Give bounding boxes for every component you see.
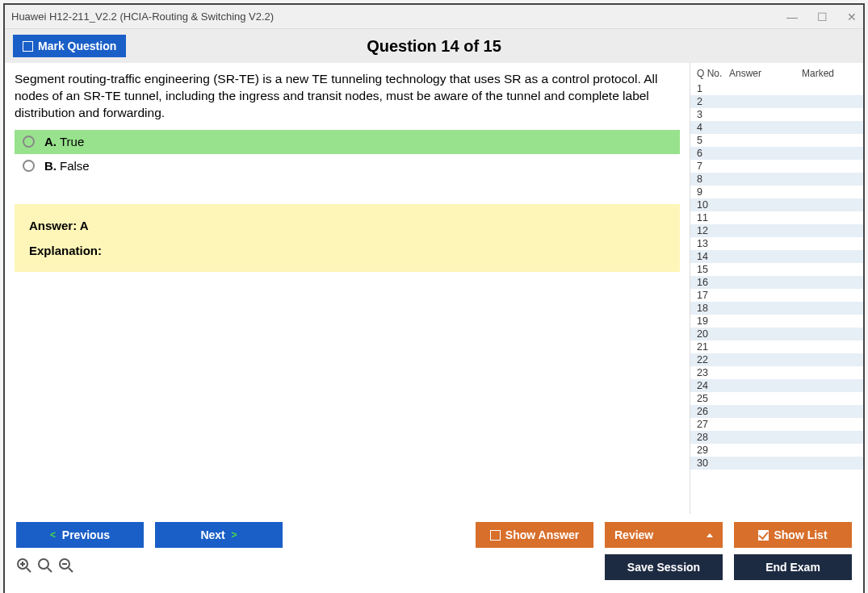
question-list-row[interactable]: 19 (690, 315, 863, 328)
choices-list: A. TrueB. False (15, 130, 680, 178)
svg-point-4 (39, 559, 48, 569)
svg-line-7 (69, 568, 73, 572)
question-list-row[interactable]: 3 (690, 108, 863, 121)
previous-label: Previous (62, 528, 110, 541)
show-answer-label: Show Answer (505, 528, 579, 541)
footer-row-2: Save Session End Exam (16, 554, 852, 580)
question-list-row[interactable]: 9 (690, 186, 863, 198)
minimize-icon[interactable]: — (786, 10, 798, 23)
col-answer: Answer (729, 68, 802, 79)
question-list-row[interactable]: 8 (690, 173, 863, 186)
choice-text: True (60, 135, 84, 148)
question-list-row[interactable]: 27 (690, 418, 863, 431)
question-list-row[interactable]: 16 (690, 276, 863, 289)
review-button[interactable]: Review (605, 522, 723, 548)
question-list-row[interactable]: 15 (690, 263, 863, 276)
explanation-label: Explanation: (29, 244, 665, 257)
triangle-up-icon (707, 533, 713, 537)
choice-letter: B. (44, 159, 57, 173)
question-list-row[interactable]: 28 (690, 431, 863, 444)
question-list-row[interactable]: 12 (690, 224, 863, 237)
app-window: Huawei H12-211_V2.2 (HCIA-Routing & Swit… (3, 3, 865, 593)
show-list-button[interactable]: Show List (734, 522, 852, 548)
question-header: Question 14 of 15 (367, 37, 501, 56)
question-list-row[interactable]: 17 (690, 289, 863, 302)
question-list-row[interactable]: 13 (690, 237, 863, 250)
question-list-row[interactable]: 2 (690, 95, 863, 108)
question-list-row[interactable]: 20 (690, 328, 863, 340)
save-session-button[interactable]: Save Session (605, 554, 723, 580)
question-list-row[interactable]: 11 (690, 211, 863, 224)
window-controls: — ☐ ✕ (786, 10, 857, 23)
side-header: Q No. Answer Marked (690, 63, 863, 82)
zoom-in-icon[interactable] (37, 558, 53, 578)
question-list-row[interactable]: 5 (690, 134, 863, 147)
mark-question-button[interactable]: Mark Question (13, 35, 126, 57)
zoom-controls (16, 558, 74, 578)
question-list-row[interactable]: 18 (690, 302, 863, 315)
footer: < Previous Next > Show Answer Review Sho… (5, 514, 863, 593)
checkbox-icon (490, 530, 501, 541)
chevron-right-icon: > (232, 529, 237, 541)
side-list[interactable]: 1234567891011121314151617181920212223242… (690, 82, 863, 514)
choice-text: False (60, 159, 90, 173)
end-exam-label: End Exam (765, 561, 820, 574)
question-list-row[interactable]: 22 (690, 353, 863, 366)
maximize-icon[interactable]: ☐ (817, 10, 828, 23)
content: Segment routing-traffic engineering (SR-… (5, 63, 863, 514)
col-marked: Marked (802, 68, 857, 79)
mark-question-label: Mark Question (38, 40, 116, 52)
question-list-row[interactable]: 10 (690, 198, 863, 211)
answer-label: Answer: A (29, 219, 665, 232)
question-list-row[interactable]: 1 (690, 82, 863, 95)
radio-icon (23, 136, 35, 148)
svg-line-1 (27, 568, 31, 572)
question-list-row[interactable]: 25 (690, 392, 863, 405)
previous-button[interactable]: < Previous (16, 522, 144, 548)
col-qno: Q No. (697, 68, 729, 79)
end-exam-button[interactable]: End Exam (734, 554, 852, 580)
main-panel: Segment routing-traffic engineering (SR-… (5, 63, 690, 514)
zoom-out-icon[interactable] (58, 558, 74, 578)
titlebar: Huawei H12-211_V2.2 (HCIA-Routing & Swit… (5, 5, 863, 29)
question-text: Segment routing-traffic engineering (SR-… (15, 71, 680, 122)
radio-icon (23, 160, 35, 172)
answer-box: Answer: A Explanation: (15, 204, 680, 272)
next-button[interactable]: Next > (155, 522, 283, 548)
footer-row-1: < Previous Next > Show Answer Review Sho… (16, 522, 852, 548)
question-list-row[interactable]: 4 (690, 121, 863, 134)
zoom-reset-icon[interactable] (16, 558, 32, 578)
question-list-row[interactable]: 14 (690, 250, 863, 263)
question-list-row[interactable]: 21 (690, 340, 863, 353)
question-list-panel: Q No. Answer Marked 12345678910111213141… (690, 63, 863, 514)
chevron-left-icon: < (50, 529, 56, 541)
svg-line-5 (48, 568, 52, 572)
question-list-row[interactable]: 7 (690, 160, 863, 173)
question-list-row[interactable]: 29 (690, 444, 863, 457)
question-list-row[interactable]: 23 (690, 366, 863, 379)
question-list-row[interactable]: 24 (690, 379, 863, 392)
choice-B[interactable]: B. False (15, 154, 680, 178)
next-label: Next (200, 528, 224, 541)
review-label: Review (614, 528, 653, 541)
question-list-row[interactable]: 6 (690, 147, 863, 160)
checkbox-checked-icon (758, 530, 769, 541)
close-icon[interactable]: ✕ (847, 10, 857, 23)
checkbox-icon (23, 41, 33, 52)
show-answer-button[interactable]: Show Answer (476, 522, 593, 548)
window-title: Huawei H12-211_V2.2 (HCIA-Routing & Swit… (11, 10, 274, 23)
choice-A[interactable]: A. True (15, 130, 680, 154)
save-session-label: Save Session (627, 561, 700, 574)
choice-letter: A. (44, 135, 57, 148)
topbar: Mark Question Question 14 of 15 (5, 29, 863, 63)
question-list-row[interactable]: 30 (690, 457, 863, 470)
question-list-row[interactable]: 26 (690, 405, 863, 418)
show-list-label: Show List (774, 528, 827, 541)
